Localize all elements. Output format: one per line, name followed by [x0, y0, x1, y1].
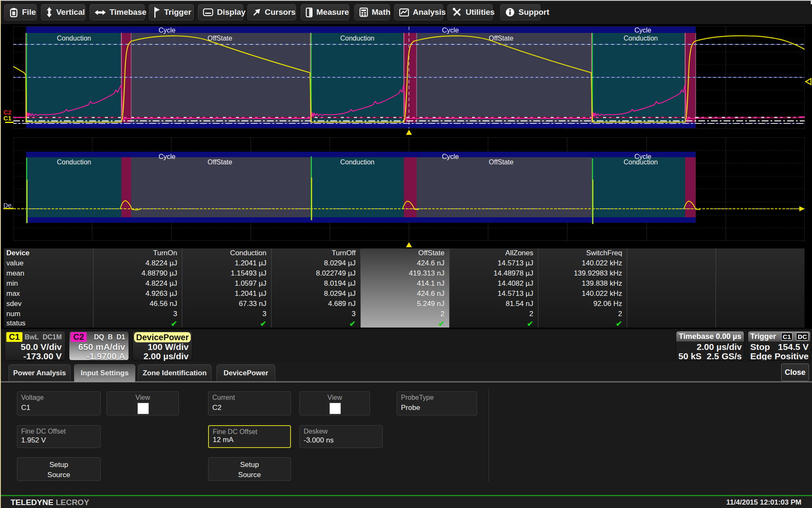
svg-text:Conduction: Conduction [624, 35, 658, 42]
svg-text:Cycle: Cycle [442, 27, 459, 34]
svg-text:Conduction: Conduction [57, 35, 91, 42]
svg-text:Cycle: Cycle [634, 27, 651, 34]
svg-text:Conduction: Conduction [340, 35, 375, 42]
svg-text:OffState: OffState [208, 35, 233, 42]
svg-text:Cycle: Cycle [159, 27, 176, 34]
svg-text:OffState: OffState [208, 158, 233, 166]
svg-text:Cycle: Cycle [159, 153, 176, 160]
svg-text:OffState: OffState [489, 158, 514, 166]
svg-text:Conduction: Conduction [624, 158, 658, 166]
svg-text:Conduction: Conduction [57, 158, 91, 166]
svg-text:Cycle: Cycle [442, 153, 459, 160]
svg-text:Conduction: Conduction [340, 158, 375, 166]
